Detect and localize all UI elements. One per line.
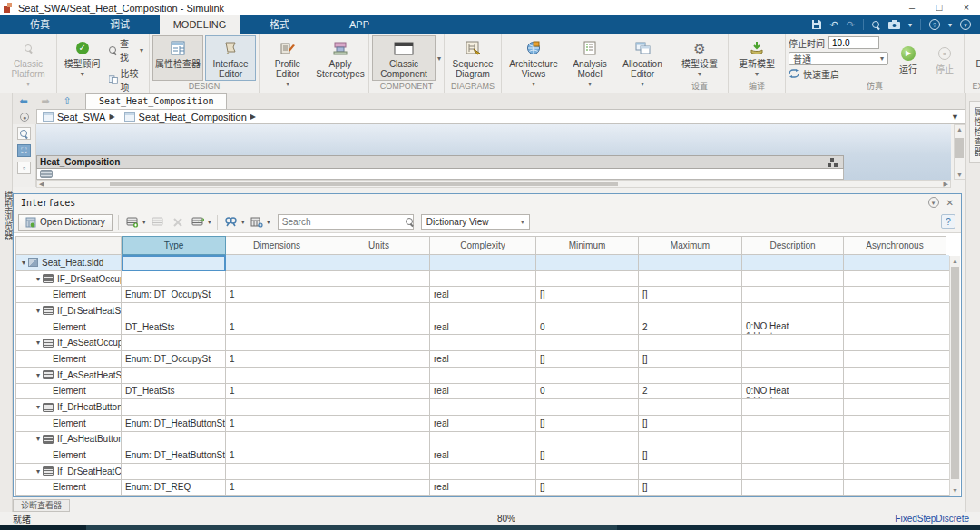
add-interface-button[interactable] (124, 214, 141, 231)
scroll-left-icon[interactable]: ◀ (39, 181, 44, 188)
cell-type[interactable] (122, 255, 226, 271)
cell-maximum[interactable]: [] (639, 287, 742, 303)
interface-editor-button[interactable]: Interface Editor (205, 35, 256, 81)
save-icon[interactable] (811, 19, 822, 30)
cell-type[interactable] (122, 368, 226, 384)
cell-dimensions[interactable] (226, 368, 328, 384)
scrollbar-thumb[interactable] (956, 138, 964, 158)
cell-dimensions[interactable]: 1 (226, 351, 328, 368)
zoom-in-icon[interactable] (17, 127, 31, 140)
column-header-units[interactable]: Units (328, 236, 430, 255)
panel-close-icon[interactable]: ✕ (946, 198, 954, 208)
column-header-minimum[interactable]: Minimum (536, 236, 639, 255)
cell-tree[interactable]: ▾If_DrSeatHeatCo (15, 464, 122, 480)
cell-minimum[interactable]: [] (536, 447, 639, 464)
cell-minimum[interactable] (536, 368, 639, 384)
cell-description[interactable] (742, 303, 844, 319)
cell-minimum[interactable] (536, 303, 639, 319)
chevron-down-icon[interactable]: ▾ (241, 218, 245, 226)
breadcrumb-item[interactable]: Seat_SWA (57, 112, 105, 123)
viewport-icon[interactable]: ▫ (17, 162, 31, 174)
cell-complexity[interactable] (430, 255, 536, 271)
cell-minimum[interactable]: [] (536, 416, 639, 432)
cell-asynchronous[interactable] (844, 368, 946, 384)
cell-dimensions[interactable] (226, 335, 328, 351)
cell-maximum[interactable] (639, 368, 742, 384)
cell-units[interactable] (328, 287, 430, 303)
dictionary-view-select[interactable]: Dictionary View ▾ (421, 214, 530, 230)
cell-tree[interactable]: Element (15, 319, 122, 336)
cell-minimum[interactable] (536, 335, 639, 351)
cell-asynchronous[interactable] (844, 319, 946, 336)
cell-description[interactable] (742, 335, 844, 351)
scroll-right-icon[interactable]: ▶ (944, 181, 948, 188)
stop-time-input[interactable] (828, 36, 879, 49)
classic-platform-button[interactable]: Classic Platform ▾ (3, 35, 54, 90)
table-row[interactable]: ▾If_DrSeatHeatCo (15, 464, 949, 480)
cell-maximum[interactable] (639, 335, 742, 351)
cell-tree[interactable]: Element (15, 351, 122, 368)
maximize-button[interactable]: □ (926, 0, 953, 15)
back-icon[interactable]: ⬅ (13, 95, 34, 107)
cell-type[interactable]: Enum: DT_REQ (122, 480, 226, 496)
cell-dimensions[interactable] (226, 255, 328, 271)
redo-icon[interactable]: ↷ (847, 19, 855, 31)
cell-minimum[interactable] (536, 255, 639, 271)
cell-description[interactable] (742, 480, 844, 496)
cell-units[interactable] (328, 351, 430, 368)
cell-minimum[interactable]: [] (536, 480, 639, 496)
search-icon[interactable] (872, 21, 880, 29)
cell-asynchronous[interactable] (844, 464, 946, 480)
cell-minimum[interactable] (536, 271, 639, 288)
sequence-diagram-button[interactable]: Sequence Diagram (447, 35, 498, 81)
cell-units[interactable] (328, 271, 430, 288)
cell-minimum[interactable]: [] (536, 287, 639, 303)
expand-arrow-icon[interactable]: ▾ (22, 259, 25, 267)
table-row[interactable]: ▾If_AsHeatButtonSt (15, 432, 949, 448)
cell-complexity[interactable]: real (430, 384, 536, 400)
scroll-down-icon[interactable]: ▼ (950, 487, 960, 494)
architecture-views-button[interactable]: Architecture Views ▾ (505, 35, 563, 90)
cell-description[interactable] (742, 368, 844, 384)
profile-editor-button[interactable]: Profile Editor ▾ (262, 35, 313, 90)
expand-arrow-icon[interactable]: ▾ (36, 339, 40, 347)
cell-tree[interactable]: Element (15, 447, 122, 464)
tab-app[interactable]: APP (319, 15, 399, 34)
cell-asynchronous[interactable] (844, 480, 946, 496)
cell-units[interactable] (328, 432, 430, 448)
cell-tree[interactable]: ▾IF_DrSeatOccup (15, 271, 122, 288)
cell-tree[interactable]: Element (15, 287, 122, 303)
cell-tree[interactable]: Element (15, 384, 122, 400)
scrollbar-thumb[interactable] (951, 267, 959, 479)
cell-type[interactable]: Enum: DT_HeatButtonSt (122, 416, 226, 432)
cell-description[interactable] (742, 399, 844, 416)
cell-dimensions[interactable] (226, 303, 328, 319)
table-row[interactable]: ▾If_DrSeatHeatSt (15, 303, 949, 319)
scroll-down-icon[interactable]: ▼ (955, 172, 965, 178)
cell-type[interactable]: DT_HeatSts (122, 319, 226, 336)
tab-debug[interactable]: 调试 (80, 15, 160, 34)
cell-dimensions[interactable]: 1 (226, 384, 328, 400)
cell-complexity[interactable] (430, 432, 536, 448)
table-row[interactable]: ElementEnum: DT_OccupySt1real[][] (15, 351, 949, 368)
cell-description[interactable] (742, 432, 844, 448)
cell-asynchronous[interactable] (844, 335, 946, 351)
cell-tree[interactable]: ▾If_DrSeatHeatSt (15, 303, 122, 319)
fit-to-view-icon[interactable]: ⛶ (17, 144, 31, 157)
minimize-button[interactable]: – (898, 0, 926, 15)
cell-type[interactable] (122, 335, 226, 351)
cell-type[interactable] (122, 271, 226, 288)
property-inspector-tab[interactable]: 属性检查器 (969, 101, 980, 163)
up-icon[interactable]: ⇧ (56, 95, 78, 107)
chevron-down-icon[interactable]: ▼ (951, 113, 959, 122)
cell-dimensions[interactable] (226, 432, 328, 448)
cell-maximum[interactable] (639, 303, 742, 319)
cell-units[interactable] (328, 368, 430, 384)
scrollbar-thumb[interactable] (110, 182, 618, 186)
cell-dimensions[interactable]: 1 (226, 287, 328, 303)
cell-dimensions[interactable]: 1 (226, 416, 328, 432)
chevron-down-icon[interactable]: ▾ (908, 21, 912, 29)
open-dictionary-button[interactable]: Open Dictionary (18, 214, 113, 231)
cell-tree[interactable]: Element (15, 480, 122, 496)
cell-dimensions[interactable] (226, 464, 328, 480)
